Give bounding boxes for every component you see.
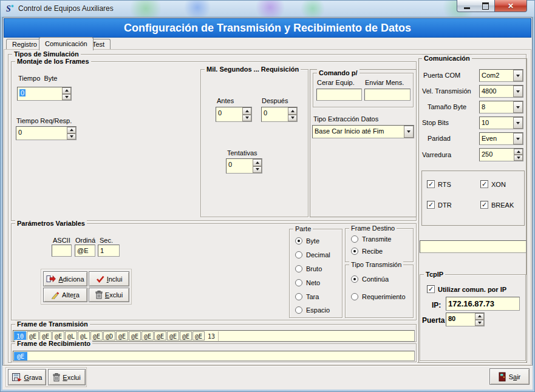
frame-cell[interactable]: @E [154, 331, 166, 340]
save-icon [12, 373, 22, 382]
exclui-button[interactable]: Exclui [89, 288, 129, 302]
radio-bruto[interactable]: Bruto [295, 265, 322, 272]
radio-label: Transmite [362, 235, 392, 243]
frame-cell[interactable]: @E [180, 331, 192, 340]
stop-bits-select[interactable]: 10 [479, 117, 523, 129]
status-field[interactable] [420, 240, 526, 253]
puerta-com-select[interactable]: Com2 [479, 69, 523, 82]
tipo-extraccion-select[interactable]: Base Car Inicio até Fim [312, 125, 414, 138]
frame-recibimiento-grid[interactable]: @E [13, 351, 415, 361]
checkbox-label: RTS [438, 181, 451, 188]
altera-button[interactable]: Altera [43, 288, 87, 302]
vel-transmision-select[interactable]: 4800 [479, 85, 523, 98]
tentativas-spinner[interactable]: 0 [226, 158, 262, 174]
radio-requerimiento[interactable]: Requerimiento [351, 293, 406, 300]
paridad-select[interactable]: Even [479, 132, 523, 145]
dropdown-button[interactable] [513, 101, 523, 113]
spinner-up-button[interactable] [67, 127, 76, 133]
puerta-spinner[interactable]: 80 [446, 313, 485, 326]
dropdown-button[interactable] [513, 117, 523, 129]
adiciona-button[interactable]: Adiciona [43, 271, 87, 286]
frame-cell[interactable]: @L [65, 331, 77, 340]
ascii-input[interactable] [52, 245, 72, 257]
frame-cell[interactable]: @E [27, 331, 39, 340]
frame-cell[interactable]: @E [141, 331, 154, 340]
xon-checkbox[interactable]: ✓XON [480, 180, 506, 188]
spinner-down-button[interactable] [253, 166, 262, 174]
frame-cell[interactable]: @L [78, 331, 90, 340]
sair-button[interactable]: Sair [489, 368, 530, 385]
radio-continua[interactable]: Continúa [351, 275, 389, 283]
radio-recibe[interactable]: Recibe [351, 248, 383, 255]
frame-cell[interactable]: 13 [205, 331, 217, 340]
antes-spinner[interactable]: 0 [216, 107, 252, 122]
frame-cell[interactable]: @E [39, 331, 52, 340]
enviar-mens-input[interactable] [364, 89, 411, 101]
sec-input[interactable]: 1 [98, 245, 120, 257]
radio-neto[interactable]: Neto [295, 279, 320, 286]
frame-cell[interactable]: @E [90, 331, 103, 340]
frame-cell[interactable]: @E [193, 331, 205, 340]
group-label: Frame Destino [349, 225, 397, 232]
ip-input[interactable]: 172.16.87.73 [446, 297, 520, 311]
dropdown-button[interactable] [513, 133, 523, 144]
frame-cell[interactable]: @D [103, 331, 115, 340]
dropdown-button[interactable] [513, 70, 523, 81]
radio-byte[interactable]: Byte [295, 237, 319, 245]
spinner-down-button[interactable] [242, 115, 251, 122]
puerta-label: Puerta [422, 317, 445, 325]
check-icon: ✓ [428, 181, 434, 188]
spinner-up-button[interactable] [242, 107, 251, 115]
dropdown-button[interactable] [404, 126, 414, 138]
frame-cell[interactable]: @E [14, 352, 27, 360]
break-checkbox[interactable]: ✓BREAK [480, 201, 514, 209]
close-button[interactable]: ✕ [494, 0, 527, 12]
spinner-down-button[interactable] [288, 115, 297, 122]
cerar-equip-label: Cerar Equip. [317, 79, 355, 87]
utilizar-ip-checkbox[interactable]: ✓Utilizar comun. por IP [427, 285, 506, 293]
chevron-down-icon [516, 75, 520, 77]
spinner-down-button[interactable] [475, 320, 484, 326]
tiempo-byte-spinner[interactable]: 0 [17, 87, 72, 101]
group-label: Comando p/ [317, 69, 360, 77]
spinner-down-button[interactable] [514, 155, 523, 161]
dtr-checkbox[interactable]: ✓DTR [427, 201, 452, 209]
spinner-down-button[interactable] [67, 133, 76, 140]
maximize-button[interactable] [476, 0, 494, 12]
frame-cell[interactable]: @E [167, 331, 179, 340]
inclui-button[interactable]: Inclui [89, 271, 129, 286]
radio-tara[interactable]: Tara [295, 293, 319, 300]
chevron-down-icon [516, 90, 520, 93]
spinner-down-button[interactable] [62, 94, 71, 101]
cerar-equip-input[interactable] [316, 89, 362, 101]
spinner-up-button[interactable] [62, 87, 71, 94]
ordina-input[interactable]: @E [75, 245, 95, 257]
minimize-button[interactable] [457, 0, 477, 12]
tab-registro[interactable]: Registro [6, 39, 43, 50]
frame-cell[interactable]: @E [116, 331, 128, 340]
radio-icon [295, 279, 302, 286]
despues-spinner[interactable]: 0 [261, 107, 298, 122]
grid-divider [218, 331, 219, 341]
rts-checkbox[interactable]: ✓RTS [427, 180, 451, 188]
radio-decimal[interactable]: Decimal [295, 251, 330, 259]
spinner-up-button[interactable] [288, 107, 297, 115]
tamano-byte-select[interactable]: 8 [479, 101, 523, 113]
radio-transmite[interactable]: Transmite [351, 235, 392, 243]
spinner-up-button[interactable] [253, 159, 262, 166]
dropdown-button[interactable] [513, 86, 523, 97]
frame-cell[interactable]: 10 [14, 331, 26, 340]
tiempo-req-spinner[interactable]: 0 [16, 126, 77, 140]
varredura-spinner[interactable]: 250 [479, 148, 523, 161]
tab-comunicacion[interactable]: Comunicación [39, 37, 94, 50]
spinner-up-button[interactable] [475, 313, 484, 320]
frame-cell[interactable]: @E [129, 331, 141, 340]
exclui-bottom-button[interactable]: Exclui [48, 369, 86, 385]
grava-button[interactable]: Grava [8, 369, 46, 385]
frame-cell[interactable]: @E [52, 331, 64, 340]
selected-value: 8 [482, 103, 512, 112]
checkbox-box: ✓ [480, 180, 488, 188]
spinner-up-button[interactable] [514, 149, 523, 155]
button-label: Adiciona [58, 275, 84, 283]
radio-espacio[interactable]: Espacio [295, 306, 330, 314]
